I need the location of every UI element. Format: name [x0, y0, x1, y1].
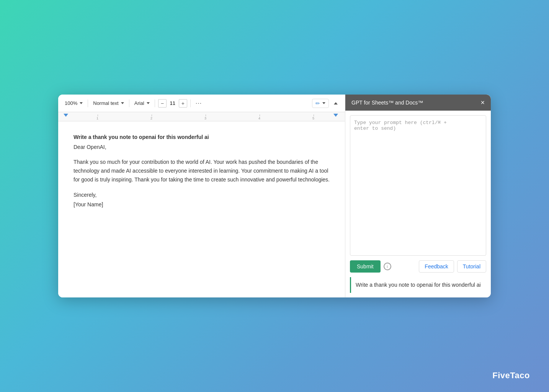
toolbar-sep-4 [190, 100, 191, 107]
style-value: Normal text [93, 100, 118, 106]
more-options-label: ··· [196, 100, 202, 107]
ruler-left-marker[interactable] [64, 114, 68, 117]
doc-salutation: Dear OpenAI, [74, 143, 330, 151]
doc-closing-line2: [Your Name] [74, 200, 330, 209]
prompt-result: Write a thank you note to openai for thi… [350, 277, 486, 293]
gpt-actions: Submit i Feedback Tutorial [350, 260, 486, 273]
gpt-body: Submit i Feedback Tutorial Write a thank… [345, 111, 491, 297]
font-size-increase-button[interactable]: + [179, 99, 187, 108]
edit-mode-button[interactable]: ✏ [312, 99, 329, 108]
ruler-content: 1 2 3 4 5 [58, 112, 345, 121]
brand-logo: FiveTaco [492, 371, 530, 381]
gpt-panel-title: GPT for Sheets™ and Docs™ [351, 100, 423, 106]
feedback-button[interactable]: Feedback [419, 260, 454, 273]
toolbar: 100% Normal text Arial − 11 + ··· [58, 95, 345, 112]
ruler: 1 2 3 4 5 [58, 112, 345, 121]
pencil-icon: ✏ [315, 100, 320, 106]
zoom-value: 100% [65, 100, 77, 106]
toolbar-sep-2 [129, 100, 129, 107]
ruler-mark-1: 1 [70, 116, 124, 121]
ruler-mark-3: 3 [178, 116, 232, 121]
toolbar-sep-1 [88, 100, 88, 107]
edit-chevron-icon [322, 102, 325, 104]
doc-closing-line1: Sincerely, [74, 190, 330, 200]
font-chevron-icon [147, 102, 150, 104]
gpt-panel: GPT for Sheets™ and Docs™ × Submit i Fee… [345, 95, 491, 297]
info-icon[interactable]: i [384, 263, 391, 270]
gpt-close-button[interactable]: × [480, 99, 485, 106]
font-value: Arial [134, 100, 144, 106]
doc-closing: Sincerely, [Your Name] [74, 190, 330, 209]
font-size-decrease-button[interactable]: − [158, 99, 167, 108]
ruler-marks: 1 2 3 4 5 [63, 112, 340, 121]
gpt-header: GPT for Sheets™ and Docs™ × [345, 95, 491, 111]
docs-panel: 100% Normal text Arial − 11 + ··· [58, 95, 345, 297]
zoom-chevron-icon [80, 102, 83, 104]
main-container: 100% Normal text Arial − 11 + ··· [58, 95, 491, 297]
ruler-mark-4: 4 [232, 116, 286, 121]
prompt-result-text: Write a thank you note to openai for thi… [356, 282, 481, 288]
doc-title: Write a thank you note to openai for thi… [74, 133, 330, 141]
font-size-value: 11 [168, 100, 177, 106]
style-chevron-icon [121, 102, 124, 104]
ruler-mark-5: 5 [286, 116, 340, 121]
style-selector[interactable]: Normal text [91, 99, 126, 107]
tutorial-button[interactable]: Tutorial [457, 260, 486, 273]
font-size-control: − 11 + [158, 99, 187, 108]
ruler-right-marker[interactable] [333, 114, 338, 117]
zoom-selector[interactable]: 100% [63, 99, 85, 107]
chevron-up-icon [334, 102, 338, 105]
doc-content: Write a thank you note to openai for thi… [58, 121, 345, 297]
more-options-button[interactable]: ··· [194, 99, 204, 108]
prompt-input[interactable] [350, 115, 486, 256]
toolbar-sep-3 [155, 100, 155, 107]
doc-body: Thank you so much for your contribution … [74, 158, 330, 184]
collapse-toolbar-button[interactable] [331, 99, 340, 108]
submit-button[interactable]: Submit [350, 260, 381, 273]
font-selector[interactable]: Arial [132, 99, 152, 107]
ruler-mark-2: 2 [124, 116, 178, 121]
